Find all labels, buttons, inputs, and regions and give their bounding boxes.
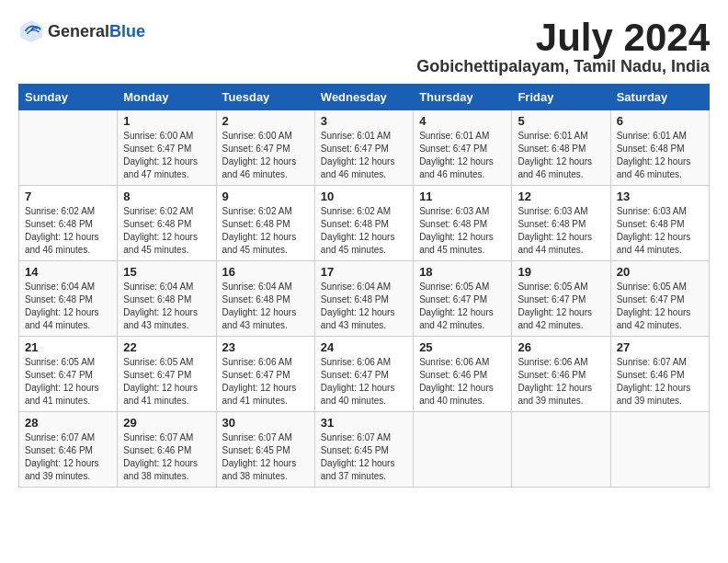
cell-info: Sunrise: 6:05 AM Sunset: 6:47 PM Dayligh… xyxy=(25,356,111,408)
calendar-cell: 19Sunrise: 6:05 AM Sunset: 6:47 PM Dayli… xyxy=(512,261,610,337)
month-title: July 2024 xyxy=(416,18,710,57)
calendar-cell: 24Sunrise: 6:06 AM Sunset: 6:47 PM Dayli… xyxy=(314,337,413,412)
day-number: 26 xyxy=(518,340,604,354)
day-number: 10 xyxy=(321,190,407,203)
cell-info: Sunrise: 6:01 AM Sunset: 6:47 PM Dayligh… xyxy=(419,130,506,181)
cell-info: Sunrise: 6:00 AM Sunset: 6:47 PM Dayligh… xyxy=(222,130,309,181)
calendar-cell: 26Sunrise: 6:06 AM Sunset: 6:46 PM Dayli… xyxy=(512,337,610,412)
cell-info: Sunrise: 6:07 AM Sunset: 6:46 PM Dayligh… xyxy=(25,431,111,483)
cell-info: Sunrise: 6:06 AM Sunset: 6:47 PM Dayligh… xyxy=(321,356,407,408)
day-number: 17 xyxy=(321,265,407,279)
day-number: 27 xyxy=(617,340,703,354)
calendar-cell: 27Sunrise: 6:07 AM Sunset: 6:46 PM Dayli… xyxy=(610,337,709,412)
calendar-cell: 23Sunrise: 6:06 AM Sunset: 6:47 PM Dayli… xyxy=(216,337,314,412)
calendar-cell: 30Sunrise: 6:07 AM Sunset: 6:45 PM Dayli… xyxy=(216,412,314,488)
day-number: 4 xyxy=(419,114,506,128)
cell-info: Sunrise: 6:02 AM Sunset: 6:48 PM Dayligh… xyxy=(222,205,309,257)
calendar-cell: 14Sunrise: 6:04 AM Sunset: 6:48 PM Dayli… xyxy=(19,261,118,337)
day-number: 12 xyxy=(518,190,604,203)
week-row-1: 1Sunrise: 6:00 AM Sunset: 6:47 PM Daylig… xyxy=(19,110,710,186)
day-number: 29 xyxy=(123,416,210,430)
week-row-3: 14Sunrise: 6:04 AM Sunset: 6:48 PM Dayli… xyxy=(19,261,710,337)
day-number: 24 xyxy=(321,340,407,354)
day-number: 7 xyxy=(25,190,111,203)
calendar-cell xyxy=(610,412,709,488)
calendar-cell: 7Sunrise: 6:02 AM Sunset: 6:48 PM Daylig… xyxy=(19,186,118,261)
logo: General Blue xyxy=(18,18,145,44)
calendar-cell: 29Sunrise: 6:07 AM Sunset: 6:46 PM Dayli… xyxy=(118,412,216,488)
header-row: SundayMondayTuesdayWednesdayThursdayFrid… xyxy=(19,85,710,110)
calendar-cell: 4Sunrise: 6:01 AM Sunset: 6:47 PM Daylig… xyxy=(414,110,512,186)
svg-marker-0 xyxy=(20,20,42,42)
location-title: Gobichettipalayam, Tamil Nadu, India xyxy=(416,57,710,76)
cell-info: Sunrise: 6:02 AM Sunset: 6:48 PM Dayligh… xyxy=(123,205,210,257)
day-number: 18 xyxy=(419,265,506,279)
day-number: 3 xyxy=(321,114,407,128)
calendar-cell: 8Sunrise: 6:02 AM Sunset: 6:48 PM Daylig… xyxy=(118,186,216,261)
calendar-cell: 9Sunrise: 6:02 AM Sunset: 6:48 PM Daylig… xyxy=(216,186,314,261)
week-row-2: 7Sunrise: 6:02 AM Sunset: 6:48 PM Daylig… xyxy=(19,186,710,261)
cell-info: Sunrise: 6:03 AM Sunset: 6:48 PM Dayligh… xyxy=(419,205,506,257)
column-header-tuesday: Tuesday xyxy=(216,85,314,110)
calendar-cell: 17Sunrise: 6:04 AM Sunset: 6:48 PM Dayli… xyxy=(314,261,413,337)
calendar-cell: 13Sunrise: 6:03 AM Sunset: 6:48 PM Dayli… xyxy=(610,186,709,261)
day-number: 5 xyxy=(518,114,604,128)
logo-text: General Blue xyxy=(48,22,145,41)
day-number: 9 xyxy=(222,190,309,203)
week-row-4: 21Sunrise: 6:05 AM Sunset: 6:47 PM Dayli… xyxy=(19,337,710,412)
calendar-cell: 5Sunrise: 6:01 AM Sunset: 6:48 PM Daylig… xyxy=(512,110,610,186)
cell-info: Sunrise: 6:00 AM Sunset: 6:47 PM Dayligh… xyxy=(123,130,210,181)
day-number: 14 xyxy=(25,265,111,279)
column-header-friday: Friday xyxy=(512,85,610,110)
cell-info: Sunrise: 6:04 AM Sunset: 6:48 PM Dayligh… xyxy=(321,281,407,332)
day-number: 15 xyxy=(123,265,210,279)
day-number: 21 xyxy=(25,340,111,354)
cell-info: Sunrise: 6:01 AM Sunset: 6:48 PM Dayligh… xyxy=(518,130,604,181)
column-header-wednesday: Wednesday xyxy=(314,85,413,110)
calendar-cell: 12Sunrise: 6:03 AM Sunset: 6:48 PM Dayli… xyxy=(512,186,610,261)
cell-info: Sunrise: 6:04 AM Sunset: 6:48 PM Dayligh… xyxy=(123,281,210,332)
calendar-cell: 25Sunrise: 6:06 AM Sunset: 6:46 PM Dayli… xyxy=(414,337,512,412)
cell-info: Sunrise: 6:05 AM Sunset: 6:47 PM Dayligh… xyxy=(123,356,210,408)
cell-info: Sunrise: 6:02 AM Sunset: 6:48 PM Dayligh… xyxy=(25,205,111,257)
header: General Blue July 2024 Gobichettipalayam… xyxy=(18,18,710,76)
calendar-cell: 15Sunrise: 6:04 AM Sunset: 6:48 PM Dayli… xyxy=(118,261,216,337)
calendar-cell: 20Sunrise: 6:05 AM Sunset: 6:47 PM Dayli… xyxy=(610,261,709,337)
column-header-monday: Monday xyxy=(118,85,216,110)
cell-info: Sunrise: 6:07 AM Sunset: 6:45 PM Dayligh… xyxy=(222,431,309,483)
calendar-cell: 18Sunrise: 6:05 AM Sunset: 6:47 PM Dayli… xyxy=(414,261,512,337)
day-number: 31 xyxy=(321,416,407,430)
column-header-saturday: Saturday xyxy=(610,85,709,110)
cell-info: Sunrise: 6:04 AM Sunset: 6:48 PM Dayligh… xyxy=(25,281,111,332)
calendar-cell xyxy=(19,110,118,186)
cell-info: Sunrise: 6:05 AM Sunset: 6:47 PM Dayligh… xyxy=(419,281,506,332)
day-number: 16 xyxy=(222,265,309,279)
cell-info: Sunrise: 6:05 AM Sunset: 6:47 PM Dayligh… xyxy=(617,281,703,332)
cell-info: Sunrise: 6:03 AM Sunset: 6:48 PM Dayligh… xyxy=(518,205,604,257)
cell-info: Sunrise: 6:07 AM Sunset: 6:45 PM Dayligh… xyxy=(321,431,407,483)
calendar-cell: 6Sunrise: 6:01 AM Sunset: 6:48 PM Daylig… xyxy=(610,110,709,186)
day-number: 25 xyxy=(419,340,506,354)
calendar-cell: 28Sunrise: 6:07 AM Sunset: 6:46 PM Dayli… xyxy=(19,412,118,488)
day-number: 22 xyxy=(123,340,210,354)
cell-info: Sunrise: 6:07 AM Sunset: 6:46 PM Dayligh… xyxy=(617,356,703,408)
calendar-cell: 3Sunrise: 6:01 AM Sunset: 6:47 PM Daylig… xyxy=(314,110,413,186)
cell-info: Sunrise: 6:07 AM Sunset: 6:46 PM Dayligh… xyxy=(123,431,210,483)
cell-info: Sunrise: 6:06 AM Sunset: 6:46 PM Dayligh… xyxy=(518,356,604,408)
cell-info: Sunrise: 6:02 AM Sunset: 6:48 PM Dayligh… xyxy=(321,205,407,257)
calendar-cell: 21Sunrise: 6:05 AM Sunset: 6:47 PM Dayli… xyxy=(19,337,118,412)
logo-blue: Blue xyxy=(109,22,145,41)
title-section: July 2024 Gobichettipalayam, Tamil Nadu,… xyxy=(416,18,710,76)
cell-info: Sunrise: 6:01 AM Sunset: 6:47 PM Dayligh… xyxy=(321,130,407,181)
calendar-cell xyxy=(414,412,512,488)
day-number: 19 xyxy=(518,265,604,279)
day-number: 30 xyxy=(222,416,309,430)
calendar-cell: 22Sunrise: 6:05 AM Sunset: 6:47 PM Dayli… xyxy=(118,337,216,412)
column-header-thursday: Thursday xyxy=(414,85,512,110)
day-number: 2 xyxy=(222,114,309,128)
calendar-table: SundayMondayTuesdayWednesdayThursdayFrid… xyxy=(18,84,710,488)
calendar-cell: 11Sunrise: 6:03 AM Sunset: 6:48 PM Dayli… xyxy=(414,186,512,261)
day-number: 23 xyxy=(222,340,309,354)
calendar-cell: 10Sunrise: 6:02 AM Sunset: 6:48 PM Dayli… xyxy=(314,186,413,261)
logo-icon xyxy=(18,18,44,44)
